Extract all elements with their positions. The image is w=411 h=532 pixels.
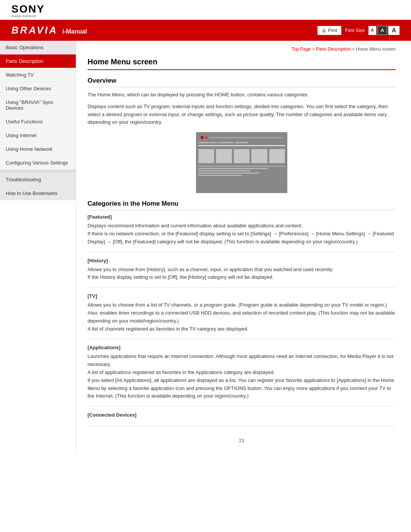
page-footer: 21 <box>88 434 396 443</box>
category-featured-label: [Featured] <box>88 214 396 220</box>
sidebar-item-using-internet[interactable]: Using Internet <box>0 129 76 142</box>
sidebar-gap <box>0 170 76 173</box>
breadcrumb-top-page[interactable]: Top Page <box>292 46 311 52</box>
category-tv: [TV] Allows you to choose from a list of… <box>88 293 396 339</box>
category-featured: [Featured] Displays recommend informatio… <box>88 214 396 252</box>
categories-heading: Categories in the Home Menu <box>88 200 396 210</box>
category-connected-devices-label: [Connected Devices] <box>88 412 396 418</box>
imanual-label: i-Manual <box>62 28 87 35</box>
print-button[interactable]: 🖨 Print <box>317 26 341 35</box>
category-featured-text-1: Displays recommend information and curre… <box>88 222 396 230</box>
overview-heading: Overview <box>88 77 396 87</box>
sony-logo: SONY make.believe <box>11 4 400 18</box>
sidebar-item-useful-functions[interactable]: Useful Functions <box>0 115 76 129</box>
font-size-label: Font Size <box>345 28 365 33</box>
sidebar-item-using-other-devices[interactable]: Using Other Devices <box>0 82 76 96</box>
sidebar-item-troubleshooting[interactable]: Troubleshooting <box>0 173 76 187</box>
main-container: Basic Operations Parts Description Watch… <box>0 41 411 455</box>
overview-paragraph-1: The Home Menu, which can be displayed by… <box>88 91 396 99</box>
font-medium-button[interactable]: A <box>378 26 387 35</box>
breadcrumb: Top Page > Parts Description > Home Menu… <box>88 46 396 52</box>
sidebar-item-bravia-sync[interactable]: Using "BRAVIA" Sync Devices <box>0 96 76 115</box>
print-icon: 🖨 <box>322 28 326 33</box>
breadcrumb-current: Home Menu screen <box>356 46 396 52</box>
sidebar-item-bookmarks[interactable]: How to Use Bookmarks <box>0 187 76 200</box>
sidebar: Basic Operations Parts Description Watch… <box>0 41 76 455</box>
header-top: SONY make.believe <box>0 0 411 20</box>
tv-screenshot-image <box>196 132 287 193</box>
breadcrumb-sep2: > <box>352 46 356 52</box>
sidebar-item-basic-operations[interactable]: Basic Operations <box>0 41 76 54</box>
page-number: 21 <box>239 438 244 443</box>
category-history-label: [History] <box>88 258 396 264</box>
breadcrumb-parts-desc[interactable]: Parts Description <box>316 46 350 52</box>
font-small-button[interactable]: A <box>368 26 376 35</box>
red-banner: BRAVIA i-Manual 🖨 Print Font Size A A A <box>0 20 411 41</box>
bravia-logo-text: BRAVIA <box>11 24 58 36</box>
breadcrumb-sep1: > <box>312 46 316 52</box>
category-tv-text-2: Also, enables timer recordings to a conn… <box>88 309 396 325</box>
sidebar-item-watching-tv[interactable]: Watching TV <box>0 68 76 82</box>
sidebar-item-configuring-settings[interactable]: Configuring Various Settings <box>0 156 76 170</box>
category-applications-text-2: A list of applications registered as fav… <box>88 369 396 377</box>
page-title: Home Menu screen <box>88 58 396 70</box>
category-applications-label: [Applications] <box>88 345 396 350</box>
overview-paragraph-2: Displays content such as TV program, ext… <box>88 103 396 126</box>
category-applications-text-3: If you select [All Applications], all ap… <box>88 377 396 400</box>
category-history-text-2: If the History display setting is set to… <box>88 273 396 281</box>
category-applications: [Applications] Launches applications tha… <box>88 345 396 406</box>
category-featured-text-2: If there is no network connection, or th… <box>88 230 396 246</box>
category-history: [History] Allows you to choose from [His… <box>88 258 396 288</box>
banner-right: 🖨 Print Font Size A A A <box>317 26 400 35</box>
category-tv-text-1: Allows you to choose from a list of TV c… <box>88 301 396 309</box>
font-large-button[interactable]: A <box>388 26 400 35</box>
category-applications-text-1: Launches applications that require an In… <box>88 353 396 369</box>
category-tv-label: [TV] <box>88 293 396 299</box>
bravia-title: BRAVIA i-Manual <box>11 24 87 36</box>
print-label: Print <box>328 28 337 33</box>
content-area: Top Page > Parts Description > Home Menu… <box>76 41 411 455</box>
font-size-buttons: A A A <box>368 26 400 35</box>
sony-text: SONY <box>11 4 400 14</box>
category-history-text-1: Allows you to choose from [History], suc… <box>88 266 396 274</box>
sidebar-item-parts-description[interactable]: Parts Description <box>0 54 76 68</box>
sidebar-item-using-home-network[interactable]: Using Home Network <box>0 142 76 156</box>
category-tv-text-3: A list of channels registered as favorit… <box>88 325 396 333</box>
category-connected-devices: [Connected Devices] <box>88 412 396 426</box>
sony-tagline: make.believe <box>11 14 400 18</box>
